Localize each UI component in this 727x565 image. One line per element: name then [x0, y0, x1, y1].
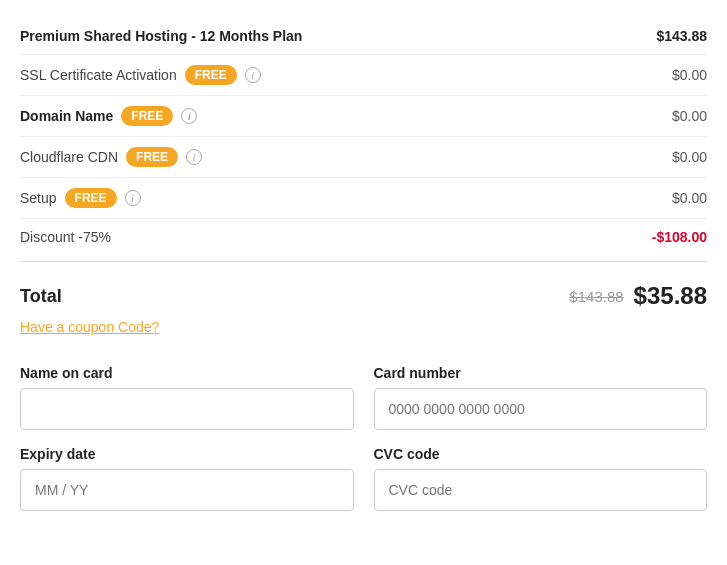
total-label: Total [20, 286, 62, 307]
divider [20, 261, 707, 262]
cvc-label: CVC code [374, 446, 708, 462]
cvc-input[interactable] [374, 469, 708, 511]
form-row-top: Name on card Card number [20, 365, 707, 430]
free-badge: FREE [126, 147, 178, 167]
line-item-left: Domain NameFREEi [20, 106, 197, 126]
expiry-group: Expiry date [20, 446, 354, 511]
help-icon[interactable]: i [245, 67, 261, 83]
line-item-price: $0.00 [672, 190, 707, 206]
free-badge: FREE [121, 106, 173, 126]
line-items-list: Premium Shared Hosting - 12 Months Plan$… [20, 18, 707, 255]
card-number-input[interactable] [374, 388, 708, 430]
name-on-card-label: Name on card [20, 365, 354, 381]
line-item-left: SetupFREEi [20, 188, 141, 208]
payment-form: Name on card Card number Expiry date CVC… [20, 365, 707, 511]
line-item: Premium Shared Hosting - 12 Months Plan$… [20, 18, 707, 55]
line-item-label: Domain Name [20, 108, 113, 124]
line-item: Cloudflare CDNFREEi$0.00 [20, 137, 707, 178]
line-item: Discount -75%-$108.00 [20, 219, 707, 255]
line-item: SSL Certificate ActivationFREEi$0.00 [20, 55, 707, 96]
line-item-price: $143.88 [656, 28, 707, 44]
help-icon[interactable]: i [181, 108, 197, 124]
help-icon[interactable]: i [125, 190, 141, 206]
line-item-label: Setup [20, 190, 57, 206]
line-item-label: Premium Shared Hosting - 12 Months Plan [20, 28, 302, 44]
line-item-label: SSL Certificate Activation [20, 67, 177, 83]
form-row-bottom: Expiry date CVC code [20, 446, 707, 511]
line-item-label: Cloudflare CDN [20, 149, 118, 165]
name-on-card-input[interactable] [20, 388, 354, 430]
expiry-input[interactable] [20, 469, 354, 511]
line-item-left: Discount -75% [20, 229, 111, 245]
line-item-label: Discount -75% [20, 229, 111, 245]
line-item: Domain NameFREEi$0.00 [20, 96, 707, 137]
line-item-price: $0.00 [672, 67, 707, 83]
original-price: $143.88 [569, 288, 623, 305]
cvc-group: CVC code [374, 446, 708, 511]
line-item-left: SSL Certificate ActivationFREEi [20, 65, 261, 85]
line-item-price: $0.00 [672, 108, 707, 124]
card-number-group: Card number [374, 365, 708, 430]
line-item: SetupFREEi$0.00 [20, 178, 707, 219]
free-badge: FREE [185, 65, 237, 85]
help-icon[interactable]: i [186, 149, 202, 165]
free-badge: FREE [65, 188, 117, 208]
expiry-label: Expiry date [20, 446, 354, 462]
name-on-card-group: Name on card [20, 365, 354, 430]
line-item-left: Premium Shared Hosting - 12 Months Plan [20, 28, 302, 44]
total-right: $143.88 $35.88 [569, 282, 707, 310]
total-row: Total $143.88 $35.88 [20, 268, 707, 318]
checkout-container: Premium Shared Hosting - 12 Months Plan$… [0, 0, 727, 565]
coupon-link[interactable]: Have a coupon Code? [20, 319, 159, 335]
line-item-price: -$108.00 [652, 229, 707, 245]
line-item-price: $0.00 [672, 149, 707, 165]
final-price: $35.88 [634, 282, 707, 310]
card-number-label: Card number [374, 365, 708, 381]
line-item-left: Cloudflare CDNFREEi [20, 147, 202, 167]
